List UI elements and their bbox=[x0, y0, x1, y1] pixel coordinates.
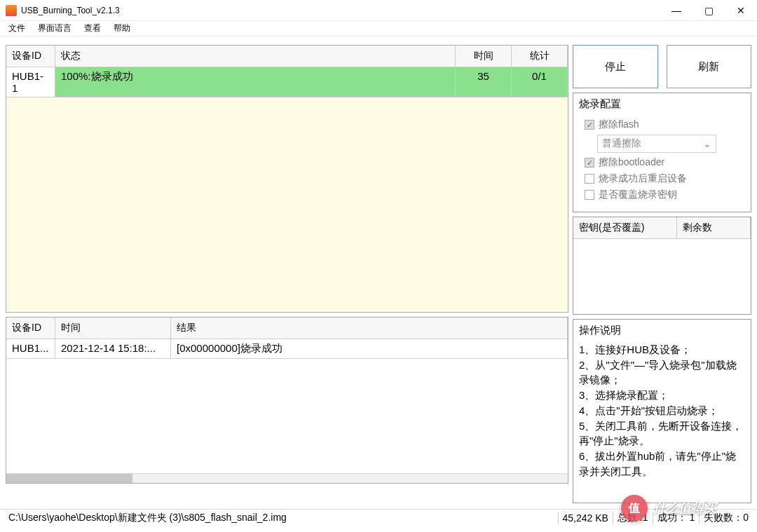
statusbar: C:\Users\yaohe\Desktop\新建文件夹 (3)\s805_fl… bbox=[0, 509, 757, 526]
table-row[interactable]: HUB1-1 100%:烧录成功 35 0/1 bbox=[6, 67, 568, 97]
status-size: 45,242 KB bbox=[558, 512, 613, 524]
instruction-line: 5、关闭工具前，先断开设备连接，再"停止"烧录。 bbox=[579, 418, 745, 449]
action-buttons: 停止 刷新 bbox=[573, 45, 751, 88]
status-fail: 失败数：0 bbox=[699, 512, 753, 524]
checkbox-erase-bootloader[interactable]: 擦除bootloader bbox=[585, 156, 744, 169]
col-remaining[interactable]: 剩余数 bbox=[677, 217, 751, 239]
minimize-button[interactable]: — bbox=[660, 0, 693, 21]
cell-log-time: 2021-12-14 15:18:... bbox=[55, 339, 171, 359]
log-table: 设备ID 时间 结果 HUB1... 2021-12-14 15:18:... … bbox=[6, 317, 568, 484]
checkbox-label: 是否覆盖烧录密钥 bbox=[599, 189, 677, 201]
instruction-line: 6、拔出外置hub前，请先"停止"烧录并关闭工具。 bbox=[579, 449, 745, 479]
table-header-row: 设备ID 状态 时间 统计 bbox=[6, 46, 568, 67]
menu-language[interactable]: 界面语言 bbox=[38, 22, 71, 34]
checkbox-icon bbox=[585, 174, 594, 184]
device-status-table: 设备ID 状态 时间 统计 HUB1-1 100%:烧录成功 35 0/1 bbox=[6, 45, 568, 313]
horizontal-scrollbar[interactable] bbox=[6, 473, 568, 483]
col-key[interactable]: 密钥(是否覆盖) bbox=[573, 217, 677, 239]
cell-status: 100%:烧录成功 bbox=[55, 67, 456, 97]
left-column: 设备ID 状态 时间 统计 HUB1-1 100%:烧录成功 35 0/1 设备… bbox=[6, 45, 568, 503]
window-title: USB_Burning_Tool_v2.1.3 bbox=[21, 6, 660, 15]
instruction-line: 4、点击"开始"按钮启动烧录； bbox=[579, 403, 745, 418]
col-stat[interactable]: 统计 bbox=[512, 46, 568, 67]
checkbox-erase-flash[interactable]: 擦除flash bbox=[585, 118, 744, 131]
menubar: 文件 界面语言 查看 帮助 bbox=[0, 21, 757, 36]
col-time[interactable]: 时间 bbox=[456, 46, 512, 67]
erase-mode-select[interactable]: 普通擦除 ⌄ bbox=[597, 135, 716, 153]
table-row[interactable]: HUB1... 2021-12-14 15:18:... [0x00000000… bbox=[6, 339, 568, 359]
key-header-row: 密钥(是否覆盖) 剩余数 bbox=[573, 217, 751, 239]
cell-log-result: [0x00000000]烧录成功 bbox=[171, 339, 568, 359]
menu-help[interactable]: 帮助 bbox=[114, 22, 130, 34]
burn-config-panel: 烧录配置 擦除flash 普通擦除 ⌄ 擦除bootloader 烧录成功后重启… bbox=[573, 93, 751, 212]
checkbox-overwrite-key[interactable]: 是否覆盖烧录密钥 bbox=[585, 189, 744, 201]
instructions-panel: 操作说明 1、连接好HUB及设备； 2、从"文件"—"导入烧录包"加载烧录镜像；… bbox=[573, 319, 751, 503]
checkbox-label: 擦除bootloader bbox=[599, 156, 664, 169]
scrollbar-thumb[interactable] bbox=[6, 474, 132, 483]
log-body: HUB1... 2021-12-14 15:18:... [0x00000000… bbox=[6, 339, 568, 473]
close-button[interactable]: ✕ bbox=[725, 0, 757, 21]
col-device-id[interactable]: 设备ID bbox=[6, 46, 55, 67]
menu-view[interactable]: 查看 bbox=[84, 22, 101, 34]
titlebar: USB_Burning_Tool_v2.1.3 — ▢ ✕ bbox=[0, 0, 757, 21]
cell-log-id: HUB1... bbox=[6, 339, 55, 359]
cell-device-id: HUB1-1 bbox=[6, 67, 55, 97]
status-total: 总数 :1 bbox=[613, 512, 653, 524]
instruction-line: 3、选择烧录配置； bbox=[579, 388, 745, 403]
col-log-result[interactable]: 结果 bbox=[171, 318, 568, 339]
checkbox-label: 擦除flash bbox=[599, 118, 639, 131]
instruction-line: 1、连接好HUB及设备； bbox=[579, 342, 745, 357]
key-table: 密钥(是否覆盖) 剩余数 bbox=[573, 217, 751, 315]
status-path: C:\Users\yaohe\Desktop\新建文件夹 (3)\s805_fl… bbox=[4, 512, 558, 524]
table-body: HUB1-1 100%:烧录成功 35 0/1 bbox=[6, 67, 568, 312]
refresh-button[interactable]: 刷新 bbox=[667, 45, 752, 88]
right-column: 停止 刷新 烧录配置 擦除flash 普通擦除 ⌄ 擦除bootloader bbox=[573, 45, 751, 503]
log-header-row: 设备ID 时间 结果 bbox=[6, 318, 568, 339]
stop-button[interactable]: 停止 bbox=[573, 45, 658, 88]
col-log-time[interactable]: 时间 bbox=[55, 318, 171, 339]
select-value: 普通擦除 bbox=[602, 137, 641, 150]
checkbox-icon bbox=[585, 158, 594, 168]
panel-title: 烧录配置 bbox=[573, 95, 751, 114]
col-log-device-id[interactable]: 设备ID bbox=[6, 318, 55, 339]
status-success: 成功： 1 bbox=[653, 512, 700, 524]
maximize-button[interactable]: ▢ bbox=[693, 0, 725, 21]
panel-title: 操作说明 bbox=[573, 320, 751, 341]
instructions-text: 1、连接好HUB及设备； 2、从"文件"—"导入烧录包"加载烧录镜像； 3、选择… bbox=[573, 341, 751, 485]
instruction-line: 2、从"文件"—"导入烧录包"加载烧录镜像； bbox=[579, 357, 745, 388]
checkbox-label: 烧录成功后重启设备 bbox=[599, 172, 687, 185]
chevron-down-icon: ⌄ bbox=[703, 138, 711, 149]
content-area: 设备ID 状态 时间 统计 HUB1-1 100%:烧录成功 35 0/1 设备… bbox=[0, 39, 757, 509]
cell-time: 35 bbox=[456, 67, 512, 97]
cell-stat: 0/1 bbox=[512, 67, 568, 97]
col-status[interactable]: 状态 bbox=[55, 46, 456, 67]
app-icon bbox=[6, 5, 17, 16]
checkbox-restart-after[interactable]: 烧录成功后重启设备 bbox=[585, 172, 744, 185]
checkbox-icon bbox=[585, 120, 594, 130]
checkbox-icon bbox=[585, 190, 594, 200]
menu-file[interactable]: 文件 bbox=[8, 22, 25, 34]
